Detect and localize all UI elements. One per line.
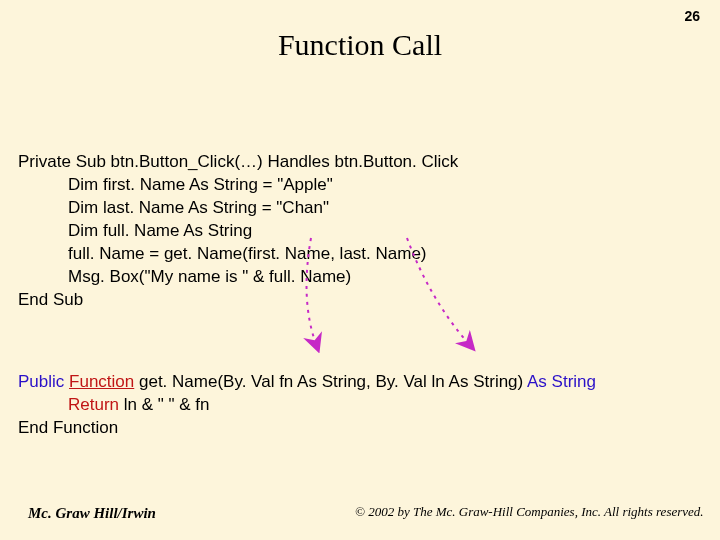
page-number: 26: [684, 8, 700, 24]
code-line: Dim first. Name As String = "Apple": [18, 174, 333, 197]
footer-publisher: Mc. Graw Hill/Irwin: [28, 505, 156, 522]
slide-title: Function Call: [0, 28, 720, 62]
function-name: get. Name: [139, 372, 217, 391]
keyword-as-string: As String: [527, 372, 596, 391]
code-line: Msg. Box("My name is " & full. Name): [18, 266, 351, 289]
function-code-block: Public Function get. Name(By. Val fn As …: [18, 348, 596, 440]
code-line: End Function: [18, 418, 118, 437]
code-line: full. Name = get. Name(first. Name, last…: [18, 243, 427, 266]
code-line: Dim full. Name As String: [18, 220, 252, 243]
footer-copyright: © 2002 by The Mc. Graw-Hill Companies, I…: [355, 504, 704, 520]
code-line: Return ln & " " & fn: [18, 394, 210, 417]
keyword-return: Return: [68, 395, 119, 414]
code-line: End Sub: [18, 290, 83, 309]
code-line: Dim last. Name As String = "Chan": [18, 197, 329, 220]
return-expr: ln & " " & fn: [119, 395, 210, 414]
keyword-function: Function: [69, 372, 134, 391]
keyword-public: Public: [18, 372, 64, 391]
code-line: Public Function get. Name(By. Val fn As …: [18, 372, 596, 391]
function-params: (By. Val fn As String, By. Val ln As Str…: [217, 372, 523, 391]
sub-code-block: Private Sub btn.Button_Click(…) Handles …: [18, 128, 458, 312]
code-line: Private Sub btn.Button_Click(…) Handles …: [18, 152, 458, 171]
